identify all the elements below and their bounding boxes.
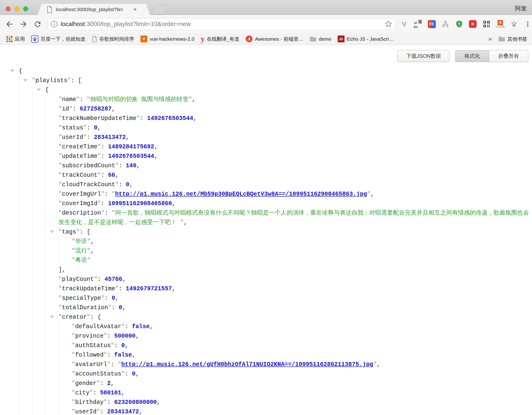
- json-line: "trackUpdateTime": 1492679721557,: [58, 284, 530, 294]
- json-token: 283413472: [107, 408, 139, 415]
- collapse-all-button[interactable]: 折叠所有: [489, 50, 528, 62]
- page-info-icon[interactable]: i: [51, 21, 57, 27]
- json-token: ": [112, 210, 115, 216]
- json-token: :: [90, 314, 97, 321]
- json-token: 华语: [75, 238, 87, 245]
- bookmarks-overflow-chevron[interactable]: »: [488, 35, 492, 43]
- url-text[interactable]: localhost:3000/top_playlist?limit=10&ord…: [60, 20, 191, 28]
- bookmark-star-icon[interactable]: [384, 20, 393, 29]
- bookmark-youdao[interactable]: y 在线翻译_有道: [201, 35, 239, 43]
- json-line: "playCount": 45766,: [58, 275, 530, 284]
- bookmark-google-sort[interactable]: 谷歌按时间排序: [92, 36, 134, 42]
- json-token: 45766: [104, 276, 122, 283]
- json-token: ,: [157, 399, 160, 406]
- json-token: 同一首歌，独唱模式与对唱模式有没有什么不同呢？独唱是一个人的演绎，重在诠释与表达…: [58, 210, 529, 226]
- bookmark-echojs[interactable]: JS Echo JS - JavaScri…: [338, 36, 394, 42]
- json-token: :: [112, 304, 119, 311]
- browser-menu-icon[interactable]: [523, 20, 532, 29]
- json-token: city: [75, 389, 89, 396]
- json-token: ": [72, 399, 75, 406]
- json-token: ,: [135, 333, 139, 339]
- json-line: ],: [58, 265, 530, 275]
- json-token: 粤语: [75, 257, 87, 264]
- reload-button[interactable]: [33, 19, 42, 29]
- json-token: :: [125, 323, 132, 330]
- collapse-toggle-icon[interactable]: [50, 231, 54, 235]
- vue-devtools-extension-icon[interactable]: V: [400, 20, 408, 29]
- html5-player-extension-icon[interactable]: 5 PLAYER: [496, 20, 504, 29]
- json-viewer-actions: 下载JSON数据 格式化 折叠所有: [398, 50, 528, 62]
- new-tab-button[interactable]: [152, 4, 169, 14]
- page-favicon-icon: [46, 6, 52, 13]
- fe-extension-icon[interactable]: FE: [427, 20, 436, 29]
- minimize-window-button[interactable]: [14, 6, 19, 11]
- download-json-button[interactable]: 下载JSON数据: [398, 50, 450, 62]
- sitemap-extension-icon[interactable]: [441, 20, 450, 29]
- zoom-window-button[interactable]: [23, 6, 28, 11]
- translate-extension-icon[interactable]: ⇄ 英 en: [414, 20, 422, 29]
- json-token: ,: [154, 143, 158, 150]
- json-url-link[interactable]: http://p1.music.126.net/Mb59p30BpEQLcBQe…: [115, 191, 367, 198]
- json-line: "userId": 283413472,: [58, 133, 530, 142]
- json-line: "tags": [: [58, 227, 530, 237]
- json-line: "id": 627258287,: [58, 104, 530, 114]
- json-token: trackCount: [62, 172, 97, 179]
- json-url-link[interactable]: http://p1.music.126.net/gUfH0bhzOfAl71NU…: [121, 361, 373, 368]
- close-window-button[interactable]: [6, 6, 11, 11]
- json-token: defaultAvatar: [75, 323, 121, 330]
- json-token: ": [58, 172, 62, 179]
- bookmark-baidu[interactable]: 百度一下，你就知道: [31, 36, 85, 43]
- json-token: ": [58, 295, 62, 302]
- format-button[interactable]: 格式化: [456, 50, 489, 62]
- forward-button[interactable]: [19, 19, 28, 29]
- url-path: :3000/top_playlist?limit=10&order=new: [85, 20, 191, 28]
- browser-tab[interactable]: localhost:3000/top_playlist?lim ×: [37, 4, 150, 15]
- json-line: "totalDuration": 0,: [58, 303, 530, 313]
- json-token: 283413472: [94, 134, 126, 141]
- json-token: creator: [62, 314, 87, 321]
- json-token: tags: [62, 229, 76, 235]
- json-token: ": [104, 352, 107, 358]
- json-token: ": [72, 352, 75, 358]
- json-token: ": [87, 248, 91, 254]
- json-token: ,: [126, 134, 129, 141]
- video-speed-extension-icon[interactable]: »: [468, 20, 477, 29]
- json-token: ": [97, 143, 101, 150]
- json-token: ": [189, 96, 192, 103]
- json-line: "createTime": 1489284175692,: [58, 142, 530, 152]
- folder-icon: [310, 36, 316, 42]
- json-line: "description": "同一首歌，独唱模式与对唱模式有没有什么不同呢？独…: [58, 208, 530, 227]
- json-token: ": [373, 361, 377, 368]
- json-token: 627258287: [80, 106, 112, 112]
- bookmark-vue-hackernews[interactable]: V vue-hackernews-2.0: [141, 36, 194, 42]
- json-token: ,: [97, 125, 101, 131]
- bookmark-other-folder[interactable]: 其他书签: [498, 36, 527, 42]
- qr-code-extension-icon[interactable]: [482, 20, 491, 29]
- json-token: status: [62, 125, 83, 131]
- collapse-toggle-icon[interactable]: [10, 69, 14, 75]
- paw-extension-icon[interactable]: [510, 20, 518, 29]
- collapse-toggle-icon[interactable]: [23, 79, 28, 84]
- json-token: ": [58, 181, 62, 188]
- json-line: "playlists": [: [32, 76, 530, 86]
- back-arrow-icon: [5, 20, 14, 29]
- omnibox[interactable]: i localhost:3000/top_playlist?limit=10&o…: [47, 18, 396, 30]
- back-button[interactable]: [5, 19, 14, 29]
- tampermonkey-shield-extension-icon[interactable]: T: [455, 20, 464, 29]
- json-token: ": [58, 153, 62, 160]
- tab-close-icon[interactable]: ×: [133, 7, 137, 12]
- json-token: ": [111, 342, 114, 349]
- json-token: ": [121, 370, 125, 377]
- bookmark-apps[interactable]: 应用: [6, 36, 25, 42]
- json-token: ": [94, 276, 97, 283]
- json-line: "birthday": 623260800000,: [72, 398, 530, 407]
- json-token: accountStatus: [75, 370, 121, 377]
- json-token: false: [114, 352, 132, 358]
- bookmark-awesomes[interactable]: A Awesomes - 前端资…: [246, 36, 303, 42]
- profile-name[interactable]: 阿发: [515, 4, 527, 12]
- collapse-toggle-icon[interactable]: [50, 316, 54, 321]
- json-token: ": [58, 200, 62, 207]
- collapse-toggle-icon[interactable]: [37, 88, 41, 94]
- bookmark-demo-folder[interactable]: demo: [310, 36, 331, 42]
- json-line: "updateTime": 1492676503544,: [58, 152, 530, 161]
